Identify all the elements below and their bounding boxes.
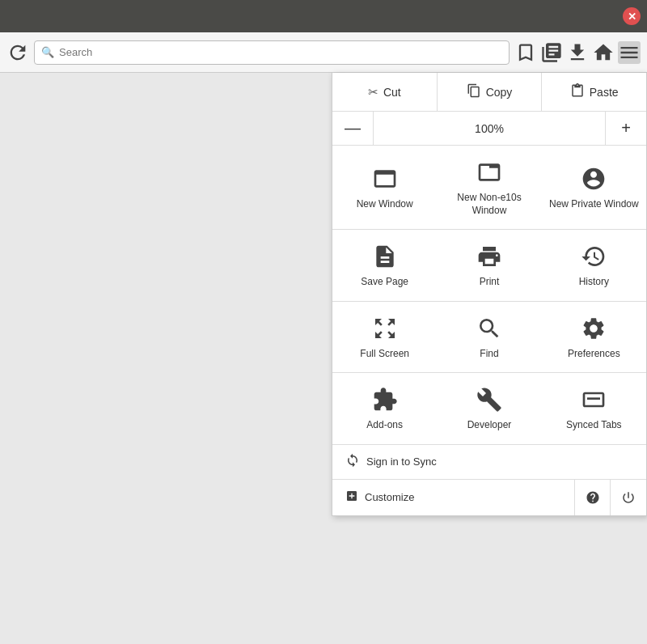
power-button[interactable] [611,480,646,515]
close-button[interactable]: ✕ [623,7,641,25]
menu-grid-row4: Add-ons Developer Syn [332,373,646,445]
edit-row: ✂ Cut Copy Paste [332,73,646,112]
menu-grid-row2: Save Page Print History [332,230,646,302]
copy-icon [467,83,481,100]
developer-button[interactable]: Developer [437,373,541,444]
customize-row: Customize [332,480,646,515]
download-button[interactable] [566,41,589,64]
nav-bar: 🔍 [0,32,647,73]
synced-tabs-label: Synced Tabs [566,419,622,432]
history-button[interactable]: History [542,230,646,301]
full-screen-icon [370,314,400,343]
new-window-label: New Window [357,198,413,211]
developer-label: Developer [467,419,512,432]
home-button[interactable] [592,41,615,64]
copy-button[interactable]: Copy [437,73,542,111]
nav-icons [514,41,641,64]
customize-button[interactable]: Customize [332,480,575,515]
sync-icon [345,453,360,471]
sync-row[interactable]: Sign in to Sync [332,445,646,480]
menu-grid-row3: Full Screen Find Preferences [332,302,646,374]
save-page-button[interactable]: Save Page [332,230,437,301]
reading-list-button[interactable] [540,41,563,64]
developer-icon [475,385,504,414]
history-label: History [579,276,609,289]
new-non-e10s-window-label: New Non-e10s Window [444,192,534,217]
paste-button[interactable]: Paste [541,73,646,111]
save-page-icon [370,242,400,271]
search-input[interactable] [59,46,502,58]
zoom-out-button[interactable]: — [332,112,373,145]
add-ons-icon [370,385,400,414]
help-button[interactable] [575,480,611,515]
full-screen-label: Full Screen [360,348,409,361]
search-icon: 🔍 [41,46,54,58]
new-private-window-button[interactable]: New Private Window [542,146,646,229]
synced-tabs-button[interactable]: Synced Tabs [542,373,646,444]
synced-tabs-icon [579,385,608,414]
find-button[interactable]: Find [437,302,541,373]
menu-button[interactable] [618,41,641,64]
main-content: ✂ Cut Copy Paste [0,73,647,644]
history-icon [579,242,608,271]
sync-label: Sign in to Sync [366,455,437,468]
full-screen-button[interactable]: Full Screen [332,302,437,373]
customize-label: Customize [365,491,414,503]
cut-button[interactable]: ✂ Cut [332,73,437,111]
paste-icon [570,83,585,100]
menu-grid-row1: New Window New Non-e10s Window New [332,146,646,230]
reload-button[interactable] [6,41,29,64]
new-non-e10s-window-icon [475,158,504,187]
zoom-value: 100% [373,112,606,145]
find-icon [475,314,504,343]
new-private-window-label: New Private Window [549,198,639,211]
search-bar[interactable]: 🔍 [34,40,510,65]
cut-icon: ✂ [368,85,378,100]
dropdown-menu: ✂ Cut Copy Paste [332,73,647,516]
add-ons-button[interactable]: Add-ons [332,373,437,444]
zoom-row: — 100% + [332,112,646,146]
print-button[interactable]: Print [437,230,541,301]
paste-label: Paste [590,86,619,99]
print-icon [475,242,504,271]
new-private-window-icon [579,164,608,193]
preferences-label: Preferences [568,348,620,361]
copy-label: Copy [486,86,513,99]
preferences-button[interactable]: Preferences [542,302,646,373]
customize-icon [345,489,358,505]
find-label: Find [480,348,498,361]
add-ons-label: Add-ons [366,419,403,432]
new-window-icon [370,164,400,193]
preferences-icon [579,314,608,343]
zoom-in-button[interactable]: + [606,112,646,145]
print-label: Print [480,276,500,289]
save-page-label: Save Page [361,276,408,289]
new-non-e10s-window-button[interactable]: New Non-e10s Window [437,146,541,229]
new-window-button[interactable]: New Window [332,146,437,229]
cut-label: Cut [383,86,401,99]
title-bar: ✕ [0,0,647,32]
bookmark-button[interactable] [514,41,537,64]
